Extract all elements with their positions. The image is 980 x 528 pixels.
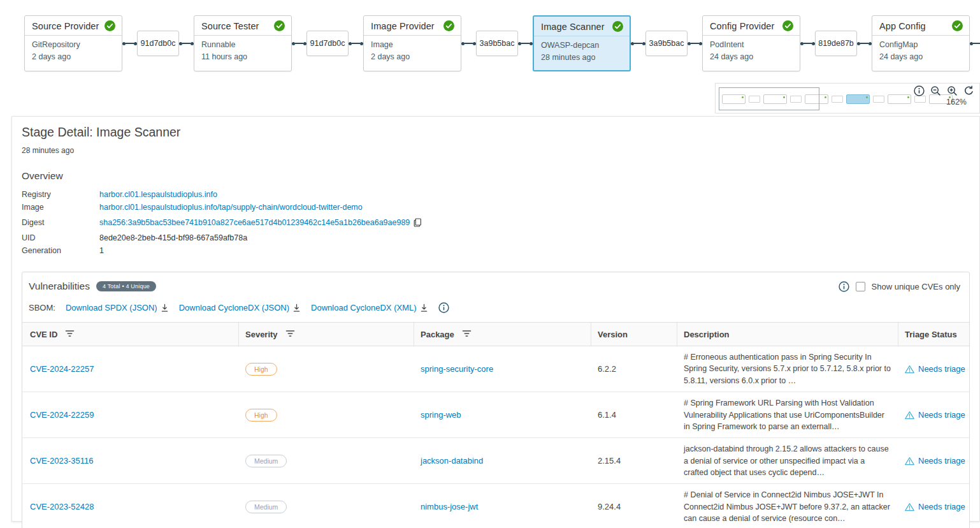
table-row: CVE-2023-35116 Medium jackson-databind 2… — [22, 438, 969, 484]
col-severity: Severity — [245, 330, 278, 339]
needs-triage-link[interactable]: Needs triage — [918, 502, 965, 511]
image-label: Image — [22, 203, 99, 212]
generation-value: 1 — [99, 246, 979, 255]
package-link[interactable]: spring-web — [421, 410, 461, 420]
artifact-hash: 91d7db0c — [310, 39, 345, 48]
artifact-hash: 3a9b5bac — [480, 39, 515, 48]
image-link[interactable]: harbor.cl01.lespaulstudioplus.info/tap/s… — [99, 203, 979, 212]
connector — [631, 42, 645, 45]
digest-link[interactable]: sha256:3a9b5bac53bee741b910a827ce6ae517d… — [99, 218, 410, 227]
artifact-chip[interactable]: 91d7db0c — [137, 31, 179, 56]
stage-card-config-provider[interactable]: Config Provider PodIntent 24 days ago — [702, 15, 800, 71]
description-text: # Erroneous authentication pass in Sprin… — [677, 346, 898, 392]
supply-chain-graph: Source Provider GitRepository 2 days ago… — [0, 0, 980, 115]
show-unique-cves-checkbox[interactable] — [856, 282, 865, 291]
package-link[interactable]: nimbus-jose-jwt — [421, 502, 478, 511]
stage-card-source-tester[interactable]: Source Tester Runnable 11 hours ago — [194, 15, 292, 71]
download-cyclonedx-json-link[interactable]: Download CycloneDX (JSON) — [179, 303, 301, 312]
description-text: jackson-databind through 2.15.2 allows a… — [677, 438, 898, 483]
package-link[interactable]: jackson-databind — [421, 456, 483, 466]
filter-icon[interactable] — [285, 330, 295, 339]
success-check-icon — [443, 20, 454, 31]
zoom-in-icon[interactable] — [947, 85, 958, 96]
table-header-row: CVE ID Severity Package Version Descript… — [22, 323, 969, 346]
minimap-viewport[interactable] — [719, 87, 819, 110]
copy-icon[interactable] — [414, 218, 422, 227]
vulnerabilities-heading: Vulnerabilities — [29, 281, 90, 292]
sbom-downloads: SBOM: Download SPDX (JSON) Download Cycl… — [22, 293, 969, 322]
needs-triage-link[interactable]: Needs triage — [918, 364, 965, 374]
graph-info-icon[interactable] — [914, 85, 925, 96]
download-icon — [161, 304, 169, 312]
stage-time: 24 days ago — [710, 52, 793, 61]
needs-triage-link[interactable]: Needs triage — [918, 456, 965, 466]
download-icon — [420, 304, 428, 312]
connector — [800, 42, 815, 45]
connector — [518, 42, 533, 45]
stage-time: 2 days ago — [32, 52, 115, 61]
stage-time: 11 hours ago — [201, 52, 284, 61]
filter-icon[interactable] — [462, 330, 472, 339]
artifact-hash: 91d7db0c — [141, 39, 176, 48]
reset-view-icon[interactable] — [963, 85, 974, 96]
connector-tail — [970, 42, 980, 45]
connector — [292, 42, 306, 45]
artifact-chip[interactable]: 819de87b — [815, 31, 857, 56]
version-value: 6.2.2 — [591, 359, 677, 379]
cve-link[interactable]: CVE-2023-52428 — [30, 502, 94, 511]
col-version: Version — [598, 330, 628, 339]
version-value: 6.1.4 — [591, 405, 677, 425]
artifact-chip[interactable]: 3a9b5bac — [476, 31, 518, 56]
connector — [349, 42, 363, 45]
needs-triage-link[interactable]: Needs triage — [918, 410, 965, 420]
success-check-icon — [782, 20, 793, 31]
stage-time: 2 days ago — [371, 52, 454, 61]
stage-detail-title: Stage Detail: Image Scanner — [22, 125, 979, 140]
stage-resource: Runnable — [201, 40, 284, 49]
severity-badge: High — [245, 363, 277, 376]
unique-cves-info-icon[interactable] — [839, 281, 849, 292]
overview-heading: Overview — [22, 170, 979, 182]
success-check-icon — [612, 21, 623, 32]
stage-title: Source Tester — [201, 21, 259, 31]
cve-link[interactable]: CVE-2024-22259 — [30, 410, 94, 420]
uid-label: UID — [22, 233, 99, 242]
sbom-label: SBOM: — [29, 303, 55, 312]
severity-badge: Medium — [245, 501, 287, 513]
registry-label: Registry — [22, 190, 99, 199]
connector — [179, 42, 194, 45]
cve-link[interactable]: CVE-2023-35116 — [30, 456, 94, 466]
sbom-info-icon[interactable] — [438, 302, 449, 313]
description-text: # Denial of Service in Connect2id Nimbus… — [677, 484, 898, 528]
zoom-out-icon[interactable] — [930, 85, 941, 96]
stage-detail-timestamp: 28 minutes ago — [22, 146, 979, 155]
stage-card-image-provider[interactable]: Image Provider Image 2 days ago — [363, 15, 461, 71]
download-cyclonedx-xml-link[interactable]: Download CycloneDX (XML) — [311, 303, 428, 312]
col-cve-id: CVE ID — [30, 330, 57, 339]
stage-card-source-provider[interactable]: Source Provider GitRepository 2 days ago — [24, 15, 122, 71]
vulnerabilities-table: CVE ID Severity Package Version Descript… — [22, 322, 969, 528]
stage-time: 28 minutes ago — [541, 53, 623, 62]
stage-card-image-scanner-selected[interactable]: Image Scanner OWASP-depcan 28 minutes ag… — [533, 15, 631, 71]
col-triage-status: Triage Status — [905, 330, 957, 339]
download-link-label: Download CycloneDX (XML) — [311, 303, 416, 312]
registry-link[interactable]: harbor.cl01.lespaulstudioplus.info — [99, 190, 979, 199]
minimap-selected-node — [846, 94, 870, 104]
zoom-level: 162% — [946, 98, 967, 106]
filter-icon[interactable] — [65, 330, 75, 339]
stage-card-app-config[interactable]: App Config ConfigMap 24 days ago — [872, 15, 970, 71]
download-link-label: Download SPDX (JSON) — [66, 303, 157, 312]
package-link[interactable]: spring-security-core — [421, 364, 493, 374]
pipeline-flow: Source Provider GitRepository 2 days ago… — [24, 15, 980, 71]
cve-link[interactable]: CVE-2024-22257 — [30, 364, 94, 374]
artifact-chip[interactable]: 3a9b5bac — [645, 31, 688, 56]
download-spdx-json-link[interactable]: Download SPDX (JSON) — [66, 303, 169, 312]
artifact-chip[interactable]: 91d7db0c — [306, 31, 349, 56]
col-description: Description — [684, 330, 730, 339]
stage-resource: OWASP-depcan — [541, 41, 623, 50]
warning-triangle-icon — [905, 365, 914, 374]
graph-minimap[interactable]: 162% — [715, 83, 980, 114]
col-package: Package — [421, 330, 454, 339]
stage-time: 24 days ago — [879, 52, 962, 61]
success-check-icon — [952, 20, 963, 31]
